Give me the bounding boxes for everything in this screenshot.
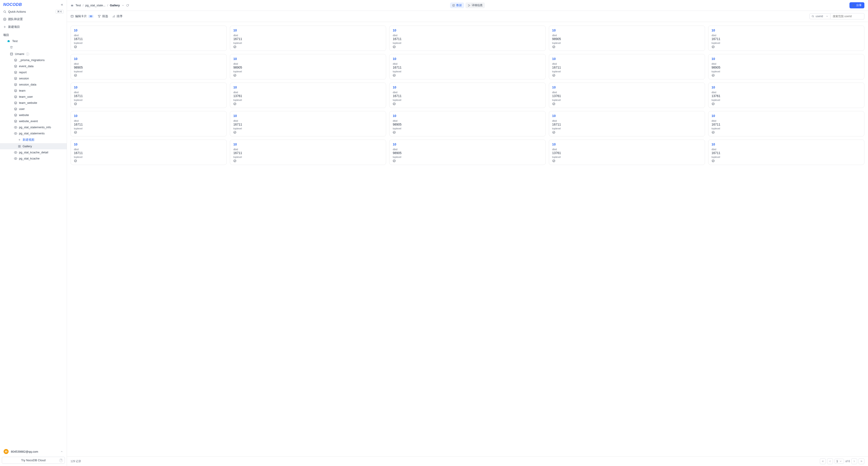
gallery-card[interactable]: 10dbid16711toplevel: [230, 111, 386, 137]
view-item-gallery[interactable]: Gallery: [0, 143, 67, 149]
team-settings-button[interactable]: 团队和设置: [0, 16, 67, 23]
svg-point-48: [712, 46, 715, 48]
svg-point-61: [393, 131, 396, 134]
breadcrumb-project[interactable]: Test: [75, 4, 81, 7]
table-item[interactable]: pg_stat_kcache: [0, 155, 67, 162]
card-title: 10: [393, 114, 542, 118]
breadcrumb-table[interactable]: pg_stat_state...: [85, 4, 105, 7]
field-label-toplevel: toplevel: [712, 127, 861, 130]
search-input[interactable]: [831, 13, 864, 20]
edit-cards-button[interactable]: 编辑卡片 30: [70, 14, 94, 18]
page-next-button[interactable]: [851, 458, 857, 464]
table-item[interactable]: session_data: [0, 82, 67, 88]
gallery-card[interactable]: 10dbid16711toplevel: [389, 26, 546, 51]
gallery-card[interactable]: 10dbid16711toplevel: [549, 111, 705, 137]
gallery-card[interactable]: 10dbid98905toplevel: [389, 140, 546, 165]
table-item[interactable]: team_website: [0, 100, 67, 106]
database-icon: [10, 53, 13, 56]
gallery-card[interactable]: 10dbid98905toplevel: [230, 54, 386, 79]
table-name: pg_stat_kcache: [19, 157, 39, 160]
gallery-card[interactable]: 10dbid98905toplevel: [549, 26, 705, 51]
sort-button[interactable]: 排序: [112, 14, 123, 18]
table-name: report: [19, 70, 27, 74]
page-select[interactable]: 1: [834, 459, 844, 464]
breadcrumb-view[interactable]: Gallery: [110, 4, 120, 7]
search-field-select[interactable]: userid: [809, 13, 831, 19]
table-item[interactable]: website: [0, 112, 67, 118]
tab-data[interactable]: 数据: [450, 2, 464, 8]
gallery-card[interactable]: 10dbid98905toplevel: [70, 54, 227, 79]
page-last-button[interactable]: [859, 458, 864, 464]
user-menu[interactable]: 80 804539882@qq.com: [2, 448, 65, 455]
card-title: 10: [712, 57, 861, 61]
table-item[interactable]: event_data: [0, 63, 67, 69]
gallery[interactable]: 10dbid16711toplevel10dbid16711toplevel10…: [67, 22, 868, 456]
page-prev-button[interactable]: [827, 458, 833, 464]
gallery-card[interactable]: 10dbid98905toplevel: [389, 111, 546, 137]
share-button[interactable]: 分享: [849, 2, 864, 8]
gallery-card[interactable]: 10dbid13761toplevel: [549, 83, 705, 108]
gear-icon: [3, 18, 6, 21]
field-value-dbid: 16711: [74, 123, 223, 126]
gallery-card[interactable]: 10dbid16711toplevel: [70, 83, 227, 108]
new-project-button[interactable]: 新建项目: [0, 23, 67, 31]
field-label-toplevel: toplevel: [712, 99, 861, 101]
tab-detail[interactable]: 详细信息: [465, 2, 485, 8]
view-mode-toggle: 数据 详细信息: [450, 2, 485, 8]
table-item[interactable]: _prisma_migrations: [0, 57, 67, 63]
table-item[interactable]: website_event: [0, 118, 67, 124]
table-item[interactable]: team_user: [0, 94, 67, 100]
gallery-card[interactable]: 10dbid16711toplevel: [389, 54, 546, 79]
gallery-card[interactable]: 10dbid16711toplevel: [549, 54, 705, 79]
quick-actions-button[interactable]: Quick Actions ⌘ K: [0, 8, 67, 16]
breadcrumbs: Test / pg_stat_state... / Gallery 数据 详细信…: [67, 0, 868, 11]
table-item[interactable]: session: [0, 75, 67, 82]
gallery-card[interactable]: 10dbid13761toplevel: [708, 83, 864, 108]
new-view-button[interactable]: 新建视图: [0, 137, 67, 143]
table-item[interactable]: pg_stat_statements_info: [0, 124, 67, 130]
chevron-up-icon: [60, 450, 63, 453]
svg-line-43: [813, 17, 814, 17]
collapse-sidebar-button[interactable]: [60, 3, 64, 6]
gallery-card[interactable]: 10dbid16711toplevel: [708, 140, 864, 165]
gallery-card[interactable]: 10dbid16711toplevel: [70, 140, 227, 165]
gallery-card[interactable]: 10dbid16711toplevel: [230, 140, 386, 165]
table-item[interactable]: report: [0, 69, 67, 75]
field-label-dbid: dbid: [74, 34, 223, 37]
gallery-card[interactable]: 10dbid98905toplevel: [708, 54, 864, 79]
field-label-dbid: dbid: [393, 119, 542, 122]
reload-button[interactable]: [126, 4, 129, 7]
table-item[interactable]: team: [0, 88, 67, 94]
gallery-card[interactable]: 10dbid16711toplevel: [70, 111, 227, 137]
field-label-toplevel: toplevel: [233, 70, 383, 73]
field-label-dbid: dbid: [552, 119, 702, 122]
database-item-umami[interactable]: Umami i: [0, 51, 67, 57]
help-icon[interactable]: ?: [59, 459, 63, 462]
field-label-toplevel: toplevel: [552, 70, 702, 73]
empty-folder[interactable]: 空: [0, 44, 67, 51]
check-circle-icon: [393, 131, 396, 134]
layers-icon: [14, 95, 17, 98]
layers-icon: [14, 120, 17, 123]
filter-button[interactable]: 筛选: [98, 14, 108, 18]
table-name: pg_stat_statements_info: [19, 125, 51, 129]
gallery-card[interactable]: 10dbid16711toplevel: [708, 111, 864, 137]
page-first-button[interactable]: [820, 458, 826, 464]
project-item-test[interactable]: Test: [0, 38, 67, 44]
breadcrumb-view-menu[interactable]: [122, 4, 124, 7]
table-item[interactable]: user: [0, 106, 67, 112]
table-item[interactable]: pg_stat_statements: [0, 130, 67, 137]
gallery-card[interactable]: 10dbid16711toplevel: [230, 26, 386, 51]
svg-point-55: [234, 103, 236, 105]
info-icon[interactable]: i: [26, 53, 29, 56]
gallery-card[interactable]: 10dbid13761toplevel: [549, 140, 705, 165]
card-title: 10: [712, 114, 861, 118]
gallery-card[interactable]: 10dbid16711toplevel: [70, 26, 227, 51]
gallery-card[interactable]: 10dbid13761toplevel: [230, 83, 386, 108]
share-label: 分享: [856, 3, 862, 7]
gallery-card[interactable]: 10dbid16711toplevel: [708, 26, 864, 51]
try-cloud-button[interactable]: Try NocoDB Cloud ?: [2, 457, 65, 464]
field-value-dbid: 98905: [393, 151, 542, 155]
gallery-card[interactable]: 10dbid16711toplevel: [389, 83, 546, 108]
table-item[interactable]: pg_stat_kcache_detail: [0, 149, 67, 155]
